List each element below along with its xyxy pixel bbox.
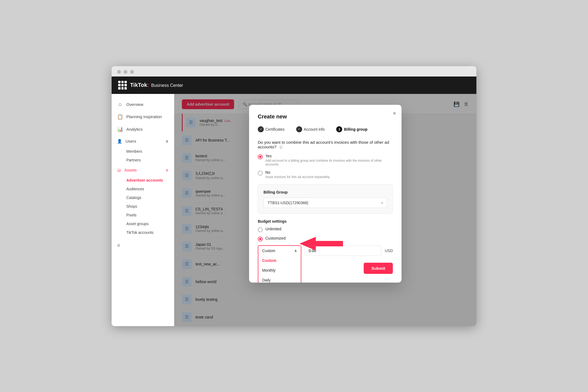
sidebar-item-pixels[interactable]: Pixels	[112, 211, 174, 219]
sidebar-label-overview: Overview	[126, 102, 143, 107]
radio-customized[interactable]: Customized	[258, 236, 393, 241]
amount-input[interactable]	[305, 246, 381, 256]
sidebar-item-shops[interactable]: Shops	[112, 202, 174, 211]
sidebar-label-asset-groups: Asset groups	[126, 222, 149, 226]
billing-group-label: Billing Group	[264, 190, 387, 194]
dropdown-item-daily[interactable]: Daily	[258, 275, 301, 283]
sidebar-label-advertiser: Advertiser accounts	[126, 178, 163, 182]
radio-group-billing: Yes Add account to a billing group and c…	[258, 154, 393, 179]
dropdown-item-monthly[interactable]: Monthly	[258, 265, 301, 275]
home-icon: ⌂	[117, 102, 123, 107]
app-container: TikTok: Business Center ⌂ Overview 📋 Pla…	[112, 76, 476, 326]
sidebar-label-assets: Assets	[124, 168, 137, 172]
sidebar-item-partners[interactable]: Partners	[112, 156, 174, 164]
analytics-icon: 📊	[117, 126, 123, 132]
browser-window: TikTok: Business Center ⌂ Overview 📋 Pla…	[112, 66, 476, 326]
sidebar-item-users[interactable]: 👤 Users ∧	[112, 136, 174, 147]
sidebar-label-shops: Shops	[126, 204, 137, 209]
traffic-light-red	[117, 70, 121, 74]
modal-overlay: Create new × ✓ Certificates ····· ✓ Ac	[174, 94, 476, 326]
step-check-1: ✓	[258, 126, 264, 132]
step-label-account-info: Account info	[304, 127, 325, 131]
step-account-info: ✓ Account info	[296, 126, 325, 132]
grid-icon	[118, 81, 127, 90]
sidebar-item-catalogs[interactable]: Catalogs	[112, 193, 174, 202]
radio-unlimited-btn[interactable]	[258, 227, 263, 232]
modal-close-button[interactable]: ×	[393, 110, 396, 117]
planning-icon: 📋	[117, 114, 123, 120]
step-billing-group: 3 Billing group	[336, 126, 367, 132]
users-arrow-icon: ∧	[166, 139, 169, 144]
dropdown-selected: Custom	[262, 249, 275, 253]
sidebar-item-advertiser[interactable]: Advertiser accounts	[112, 176, 174, 185]
users-icon: 👤	[117, 139, 122, 144]
radio-yes[interactable]: Yes Add account to a billing group and c…	[258, 154, 393, 166]
sidebar-label-planning: Planning inspiration	[126, 114, 162, 119]
sidebar-label-analytics: Analytics	[126, 127, 143, 131]
sidebar-item-assets[interactable]: 🗂 Assets ∧	[112, 164, 174, 176]
budget-type-dropdown[interactable]: Custom ∧ Custom Monthly Daily	[258, 245, 301, 256]
step-label-billing-group: Billing group	[344, 127, 367, 131]
sidebar-label-users: Users	[125, 139, 136, 143]
collapse-icon: ≡	[117, 242, 120, 248]
content-area: Add advertiser account 🔍 Account name or…	[174, 94, 476, 326]
modal-title: Create new	[258, 114, 393, 120]
brand-colon: :	[147, 82, 149, 88]
info-icon: i	[279, 145, 283, 149]
sidebar: ⌂ Overview 📋 Planning inspiration 📊 Anal…	[112, 94, 174, 326]
sidebar-item-analytics[interactable]: 📊 Analytics	[112, 123, 174, 136]
step-check-3: 3	[336, 126, 342, 132]
assets-arrow-icon: ∧	[166, 168, 169, 173]
radio-no-desc: Issue invoices for this ad account separ…	[265, 175, 330, 179]
sidebar-label-catalogs: Catalogs	[126, 195, 141, 200]
billing-group-select-wrapper: TTBS1-USD(17290368)	[264, 198, 387, 208]
sidebar-label-members: Members	[126, 149, 142, 154]
step-check-2: ✓	[296, 126, 302, 132]
step-certificates: ✓ Certificates	[258, 126, 284, 132]
modal-stepper: ✓ Certificates ····· ✓ Account info ····…	[258, 126, 393, 132]
assets-icon: 🗂	[117, 168, 121, 172]
sidebar-label-audiences: Audiences	[126, 187, 144, 191]
radio-no-label: No	[265, 170, 330, 174]
sidebar-label-partners: Partners	[126, 158, 141, 162]
radio-no[interactable]: No Issue invoices for this ad account se…	[258, 170, 393, 179]
radio-unlimited[interactable]: Unlimited	[258, 227, 393, 232]
budget-settings-label: Budget settings	[258, 219, 393, 223]
radio-customized-label: Customized	[265, 236, 286, 240]
dropdown-chevron-icon: ∧	[294, 249, 297, 253]
sidebar-label-tiktok-accounts: TikTok accounts	[126, 230, 154, 235]
brand-tiktok: TikTok	[130, 82, 147, 88]
nav-logo: TikTok: Business Center	[118, 81, 183, 90]
billing-group-value: TTBS1-USD(17290368)	[268, 201, 308, 205]
sidebar-item-overview[interactable]: ⌂ Overview	[112, 98, 174, 111]
dropdown-menu: Custom Monthly Daily	[258, 256, 301, 283]
sidebar-item-audiences[interactable]: Audiences	[112, 185, 174, 193]
budget-row: Custom ∧ Custom Monthly Daily	[258, 245, 393, 256]
traffic-light-yellow	[124, 70, 127, 74]
radio-yes-label: Yes	[265, 154, 393, 158]
brand-sub: Business Center	[151, 83, 183, 88]
sidebar-item-members[interactable]: Members	[112, 147, 174, 156]
radio-yes-btn[interactable]	[258, 154, 263, 159]
sidebar-collapse-btn[interactable]: ≡	[112, 237, 174, 254]
sidebar-item-asset-groups[interactable]: Asset groups	[112, 219, 174, 228]
billing-group-section: Billing Group TTBS1-USD(17290368)	[258, 184, 393, 214]
budget-settings-section: Budget settings Unlimited Customized	[258, 219, 393, 256]
radio-unlimited-label: Unlimited	[265, 227, 281, 231]
sidebar-item-planning[interactable]: 📋 Planning inspiration	[112, 111, 174, 123]
step-dots-1: ·····	[287, 127, 294, 131]
dropdown-item-custom[interactable]: Custom	[258, 256, 301, 265]
step-label-certificates: Certificates	[265, 127, 284, 131]
radio-no-btn[interactable]	[258, 171, 263, 176]
step-dots-2: ·····	[327, 127, 334, 131]
sidebar-item-tiktok-accounts[interactable]: TikTok accounts	[112, 228, 174, 237]
billing-question: Do you want to combine this ad account's…	[258, 140, 393, 149]
submit-button[interactable]: Submit	[364, 263, 393, 274]
top-nav: TikTok: Business Center	[112, 76, 476, 94]
sidebar-label-pixels: Pixels	[126, 213, 136, 217]
radio-customized-btn[interactable]	[258, 237, 263, 241]
radio-yes-desc: Add account to a billing group and combi…	[265, 159, 393, 166]
billing-group-select[interactable]: TTBS1-USD(17290368)	[264, 198, 387, 208]
dropdown-trigger[interactable]: Custom ∧	[258, 246, 301, 256]
main-layout: ⌂ Overview 📋 Planning inspiration 📊 Anal…	[112, 94, 476, 326]
